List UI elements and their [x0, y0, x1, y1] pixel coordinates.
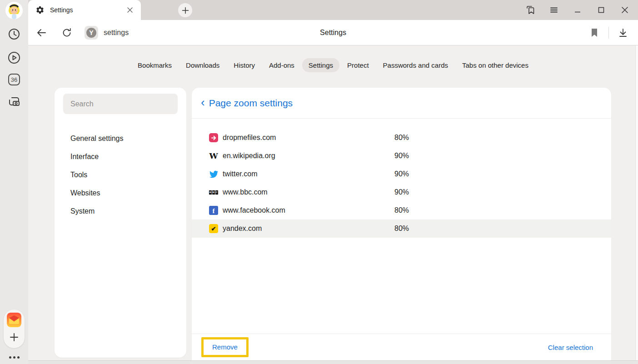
plus-icon	[182, 7, 189, 14]
zoom-value: 90%	[394, 188, 409, 196]
page-title: Page zoom settings	[209, 98, 293, 109]
clock-icon	[8, 28, 20, 40]
category-interface[interactable]: Interface	[55, 148, 186, 166]
yandex-logo-icon: Y	[86, 28, 96, 38]
nav-passwords[interactable]: Passwords and cards	[377, 58, 454, 72]
zoom-value: 80%	[394, 224, 409, 233]
bookmark-panels-icon	[525, 5, 536, 15]
reload-icon	[61, 27, 72, 38]
tabs-count: 36	[11, 76, 17, 83]
zoom-value: 80%	[394, 206, 409, 214]
nav-addons[interactable]: Add-ons	[263, 58, 301, 72]
menu-button[interactable]	[547, 3, 561, 17]
maximize-button[interactable]	[594, 3, 608, 17]
screenshot-sidebar-button[interactable]	[6, 94, 22, 109]
zoom-row-twitter[interactable]: twitter.com 90%	[192, 165, 611, 183]
zoom-list-footer: Remove Clear selection	[192, 334, 611, 360]
new-tab-button[interactable]	[178, 3, 192, 17]
address-bar-text[interactable]: settings	[104, 29, 129, 37]
settings-category-list: General settings Interface Tools Website…	[55, 130, 186, 220]
history-sidebar-button[interactable]	[6, 26, 22, 42]
yandex-mail-button[interactable]	[7, 313, 21, 327]
tab-close-button[interactable]	[125, 5, 135, 15]
site-name: yandex.com	[223, 224, 262, 233]
zoom-row-yandex[interactable]: ✔ yandex.com 80%	[192, 219, 611, 238]
site-name: en.wikipedia.org	[223, 152, 275, 160]
hamburger-icon	[549, 5, 558, 15]
scrollbar-track[interactable]	[635, 45, 638, 360]
media-play-sidebar-button[interactable]	[6, 50, 22, 65]
bookmark-icon	[590, 28, 598, 37]
browser-sidebar: 36	[0, 0, 28, 364]
zoom-row-bbc[interactable]: BBC www.bbc.com 90%	[192, 183, 611, 201]
toolbar-divider	[608, 27, 609, 39]
category-system[interactable]: System	[55, 202, 186, 220]
profile-avatar[interactable]	[5, 2, 23, 19]
reload-button[interactable]	[59, 25, 75, 40]
back-button[interactable]	[34, 25, 49, 40]
zoom-value: 90%	[394, 152, 409, 160]
wikipedia-favicon: W	[209, 151, 218, 160]
nav-protect[interactable]: Protect	[341, 58, 375, 72]
facebook-favicon: f	[209, 206, 218, 215]
nav-downloads[interactable]: Downloads	[179, 58, 226, 72]
panels-button[interactable]	[523, 3, 537, 17]
plus-icon	[9, 332, 19, 342]
screenshot-camera-icon	[7, 95, 21, 108]
bbc-favicon: BBC	[209, 188, 218, 197]
tab-strip: Settings	[28, 0, 638, 20]
chevron-left-icon: ‹	[201, 96, 205, 108]
sidebar-more-button[interactable]	[9, 356, 20, 359]
search-input[interactable]	[63, 94, 178, 114]
twitter-favicon	[209, 170, 218, 179]
remove-button-highlight: Remove	[201, 337, 249, 357]
settings-categories-panel: General settings Interface Tools Website…	[55, 88, 186, 358]
bookmark-page-button[interactable]	[587, 25, 602, 40]
sidebar-add-button[interactable]	[8, 331, 20, 344]
zoom-row-wikipedia[interactable]: W en.wikipedia.org 90%	[192, 147, 611, 165]
download-icon	[618, 28, 628, 38]
dropmefiles-favicon	[209, 133, 218, 142]
minimize-icon	[574, 6, 581, 14]
close-icon	[621, 6, 628, 14]
browser-toolbar: Y settings Settings	[28, 20, 638, 45]
window-controls	[523, 0, 632, 20]
remove-button[interactable]: Remove	[212, 343, 238, 351]
zoom-row-dropmefiles[interactable]: dropmefiles.com 80%	[192, 129, 611, 147]
zoom-value: 80%	[394, 134, 409, 142]
browser-tab-settings[interactable]: Settings	[28, 0, 141, 20]
page-zoom-settings-card: ‹ Page zoom settings dropmefiles.com 80%…	[192, 88, 611, 360]
window-bottom-edge	[28, 360, 638, 364]
minimize-button[interactable]	[571, 3, 584, 17]
downloads-button[interactable]	[615, 25, 631, 40]
settings-top-nav: Bookmarks Downloads History Add-ons Sett…	[28, 58, 638, 72]
play-icon	[7, 51, 21, 65]
category-general-settings[interactable]: General settings	[55, 130, 186, 148]
site-identity-badge[interactable]: Y	[85, 26, 98, 40]
nav-other-devices[interactable]: Tabs on other devices	[456, 58, 535, 72]
site-name: www.facebook.com	[223, 206, 285, 214]
close-icon	[127, 7, 133, 13]
clear-selection-button[interactable]: Clear selection	[548, 344, 593, 351]
site-name: twitter.com	[223, 170, 257, 178]
quick-launch-pill	[4, 309, 25, 348]
site-name: dropmefiles.com	[223, 134, 276, 142]
category-websites[interactable]: Websites	[55, 184, 186, 202]
maximize-icon	[598, 6, 605, 14]
tab-title: Settings	[50, 6, 125, 14]
page-zoom-back-header[interactable]: ‹ Page zoom settings	[192, 88, 611, 119]
site-name: www.bbc.com	[223, 188, 268, 196]
close-window-button[interactable]	[618, 3, 632, 17]
category-tools[interactable]: Tools	[55, 166, 186, 184]
nav-history[interactable]: History	[227, 58, 261, 72]
settings-page: Bookmarks Downloads History Add-ons Sett…	[28, 45, 638, 364]
zoom-row-facebook[interactable]: f www.facebook.com 80%	[192, 201, 611, 219]
nav-bookmarks[interactable]: Bookmarks	[131, 58, 178, 72]
yandex-favicon: ✔	[209, 224, 218, 233]
gear-icon	[35, 5, 45, 15]
tabs-counter-button[interactable]: 36	[8, 74, 20, 85]
avatar-illustration	[5, 2, 23, 19]
zoom-value: 90%	[394, 170, 409, 178]
toolbar-right-group	[587, 25, 631, 40]
nav-settings[interactable]: Settings	[302, 58, 339, 72]
